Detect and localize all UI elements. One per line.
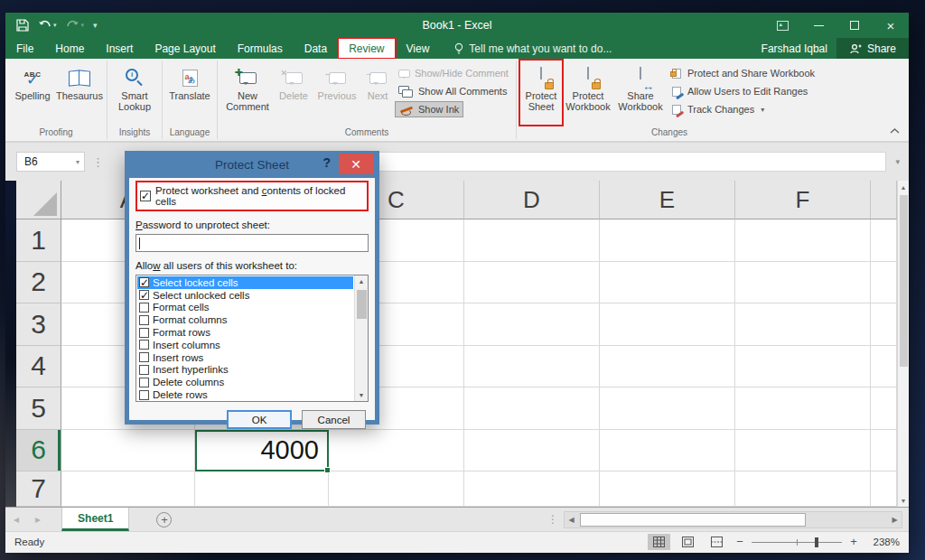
column-header-partial[interactable] bbox=[871, 181, 897, 219]
new-sheet-button[interactable]: + bbox=[156, 512, 172, 527]
cell-e3[interactable] bbox=[600, 303, 735, 346]
tab-data[interactable]: Data bbox=[294, 38, 338, 59]
permission-select-locked-cells[interactable]: Select locked cells bbox=[137, 276, 353, 289]
row-header-1[interactable]: 1 bbox=[16, 219, 61, 262]
cell-d2[interactable] bbox=[464, 262, 600, 304]
cell-f1[interactable] bbox=[735, 219, 871, 262]
dialog-help-button[interactable]: ? bbox=[322, 155, 331, 170]
select-all-corner[interactable] bbox=[16, 181, 61, 219]
row-header-5[interactable]: 5 bbox=[16, 387, 61, 430]
row-header-2[interactable]: 2 bbox=[16, 262, 61, 304]
cell-g4[interactable] bbox=[871, 346, 897, 388]
allow-users-to-edit-ranges-button[interactable]: Allow Users to Edit Ranges bbox=[667, 83, 818, 99]
name-box[interactable]: B6 ▾ bbox=[16, 152, 85, 172]
formula-bar-expand-icon[interactable]: ▾ bbox=[893, 157, 902, 166]
cell-g6[interactable] bbox=[871, 430, 897, 472]
row-header-4[interactable]: 4 bbox=[16, 346, 61, 388]
cell-d7[interactable] bbox=[464, 471, 600, 507]
cell-c6[interactable] bbox=[329, 430, 464, 472]
cell-a6[interactable] bbox=[61, 430, 195, 472]
scroll-right-icon[interactable]: ▶ bbox=[888, 516, 902, 524]
permission-insert-rows[interactable]: Insert rows bbox=[137, 351, 353, 364]
zoom-in-button[interactable]: + bbox=[848, 535, 859, 548]
cell-g1[interactable] bbox=[871, 219, 897, 262]
next-sheet-icon[interactable]: ▸ bbox=[27, 508, 49, 531]
cell-e6[interactable] bbox=[600, 430, 735, 472]
zoom-level[interactable]: 238% bbox=[865, 537, 900, 547]
column-header-d[interactable]: D bbox=[464, 181, 600, 219]
cell-f2[interactable] bbox=[735, 262, 871, 304]
cell-e5[interactable] bbox=[600, 387, 735, 430]
listbox-scroll-up-icon[interactable]: ▲ bbox=[359, 275, 365, 287]
listbox-scroll-thumb[interactable] bbox=[357, 290, 367, 319]
permission-format-cells[interactable]: Format cells bbox=[137, 302, 353, 314]
cell-g2[interactable] bbox=[871, 262, 897, 304]
cell-f6[interactable] bbox=[735, 430, 871, 472]
cell-d6[interactable] bbox=[464, 430, 600, 472]
cell-d3[interactable] bbox=[464, 303, 600, 346]
cell-d4[interactable] bbox=[464, 346, 600, 388]
tell-me-box[interactable]: Tell me what you want to do... bbox=[454, 38, 612, 59]
cell-d1[interactable] bbox=[464, 219, 600, 262]
page-layout-view-button[interactable] bbox=[677, 534, 699, 550]
cell-f7[interactable] bbox=[735, 471, 871, 507]
cell-e1[interactable] bbox=[600, 219, 735, 262]
next-comment-button[interactable]: → Next bbox=[360, 61, 395, 125]
protect-worksheet-checkbox[interactable] bbox=[140, 191, 151, 201]
tab-page-layout[interactable]: Page Layout bbox=[144, 38, 226, 59]
thesaurus-button[interactable]: Thesaurus bbox=[56, 61, 103, 125]
tab-view[interactable]: View bbox=[396, 38, 441, 59]
cell-g3[interactable] bbox=[871, 303, 897, 346]
cell-g7[interactable] bbox=[871, 471, 897, 507]
show-ink-button[interactable]: Show Ink bbox=[395, 101, 463, 117]
tab-home[interactable]: Home bbox=[44, 38, 95, 59]
permissions-listbox[interactable]: Select locked cells Select unlocked cell… bbox=[135, 275, 369, 402]
account-name[interactable]: Farshad Iqbal bbox=[761, 38, 836, 59]
collapse-ribbon-button[interactable] bbox=[890, 126, 900, 135]
ok-button[interactable]: OK bbox=[227, 410, 292, 429]
smart-lookup-button[interactable]: i Smart Lookup bbox=[111, 61, 158, 125]
scroll-down-icon[interactable]: ▼ bbox=[901, 494, 907, 507]
horizontal-scrollbar[interactable]: ◀ ▶ bbox=[564, 511, 902, 528]
page-break-preview-button[interactable] bbox=[705, 534, 728, 550]
tab-bar-separator[interactable]: ⋮ bbox=[547, 513, 558, 526]
cell-g5[interactable] bbox=[871, 387, 897, 430]
translate-button[interactable]: aあ Translate bbox=[166, 61, 213, 125]
protect-and-share-workbook-button[interactable]: Protect and Share Workbook bbox=[667, 65, 818, 81]
column-header-e[interactable]: E bbox=[600, 181, 735, 219]
tab-file[interactable]: File bbox=[5, 38, 44, 59]
cell-f3[interactable] bbox=[735, 303, 871, 346]
dialog-title-bar[interactable]: Protect Sheet ? ✕ bbox=[125, 151, 379, 178]
scroll-left-icon[interactable]: ◀ bbox=[565, 516, 578, 524]
previous-sheet-icon[interactable]: ◂ bbox=[5, 508, 27, 531]
share-workbook-button[interactable]: ↔ Share Workbook bbox=[614, 61, 667, 125]
zoom-slider-thumb[interactable] bbox=[815, 537, 818, 547]
row-header-6[interactable]: 6 bbox=[16, 430, 61, 472]
protect-worksheet-checkbox-row[interactable]: Protect worksheet and contents of locked… bbox=[135, 181, 369, 211]
tab-insert[interactable]: Insert bbox=[95, 38, 144, 59]
horizontal-scroll-thumb[interactable] bbox=[580, 513, 806, 527]
permission-insert-columns[interactable]: Insert columns bbox=[137, 339, 353, 351]
vertical-scroll-thumb[interactable] bbox=[900, 195, 908, 367]
cell-c7[interactable] bbox=[329, 471, 464, 507]
name-box-dropdown-icon[interactable]: ▾ bbox=[76, 158, 84, 166]
permission-delete-columns[interactable]: Delete columns bbox=[137, 376, 353, 388]
permission-delete-rows[interactable]: Delete rows bbox=[137, 388, 353, 401]
row-header-7[interactable]: 7 bbox=[16, 471, 61, 507]
zoom-out-button[interactable]: − bbox=[734, 535, 745, 548]
cell-e4[interactable] bbox=[600, 346, 735, 388]
delete-comment-button[interactable]: ✕ Delete bbox=[274, 61, 313, 125]
tab-review[interactable]: Review bbox=[338, 38, 395, 59]
row-header-3[interactable]: 3 bbox=[16, 303, 61, 346]
column-header-f[interactable]: F bbox=[735, 181, 871, 219]
scroll-up-icon[interactable]: ▲ bbox=[901, 181, 907, 193]
listbox-scroll-down-icon[interactable]: ▼ bbox=[359, 389, 365, 401]
previous-comment-button[interactable]: ← Previous bbox=[313, 61, 360, 125]
permission-insert-hyperlinks[interactable]: Insert hyperlinks bbox=[137, 364, 353, 377]
normal-view-button[interactable] bbox=[648, 534, 670, 550]
spelling-button[interactable]: ABC✓ Spelling bbox=[9, 61, 56, 125]
dialog-close-button[interactable]: ✕ bbox=[339, 154, 373, 174]
cell-e2[interactable] bbox=[600, 262, 735, 304]
cell-f5[interactable] bbox=[735, 387, 871, 430]
zoom-slider[interactable] bbox=[752, 536, 842, 548]
